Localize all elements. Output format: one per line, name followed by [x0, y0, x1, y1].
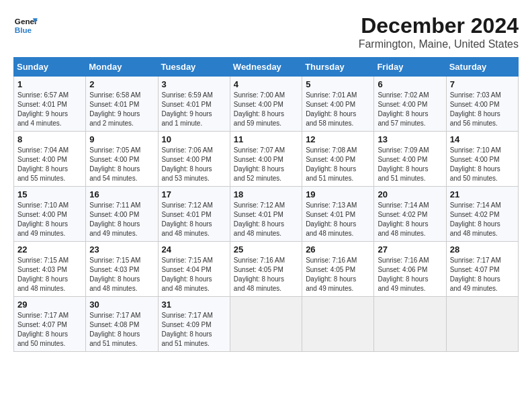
header-row: SundayMondayTuesdayWednesdayThursdayFrid… — [14, 58, 519, 77]
day-number: 14 — [450, 134, 515, 144]
calendar-cell: 7Sunrise: 7:03 AM Sunset: 4:00 PM Daylig… — [446, 77, 518, 132]
day-number: 6 — [378, 79, 442, 89]
day-number: 28 — [450, 244, 515, 255]
calendar-cell: 8Sunrise: 7:04 AM Sunset: 4:00 PM Daylig… — [14, 132, 86, 187]
calendar-cell: 4Sunrise: 7:00 AM Sunset: 4:00 PM Daylig… — [230, 77, 302, 132]
day-number: 8 — [17, 134, 82, 144]
day-info: Sunrise: 7:16 AM Sunset: 4:05 PM Dayligh… — [306, 256, 370, 293]
day-info: Sunrise: 6:57 AM Sunset: 4:01 PM Dayligh… — [17, 91, 82, 128]
page-title: December 2024 — [359, 13, 519, 38]
day-info: Sunrise: 7:17 AM Sunset: 4:07 PM Dayligh… — [450, 256, 515, 293]
day-number: 31 — [162, 300, 226, 310]
calendar-cell: 9Sunrise: 7:05 AM Sunset: 4:00 PM Daylig… — [86, 132, 158, 187]
calendar-cell: 16Sunrise: 7:11 AM Sunset: 4:00 PM Dayli… — [86, 187, 158, 242]
header: General Blue December 2024 Farmington, M… — [13, 13, 519, 50]
day-number: 12 — [306, 134, 370, 144]
day-info: Sunrise: 7:15 AM Sunset: 4:03 PM Dayligh… — [17, 256, 82, 293]
day-number: 3 — [162, 79, 226, 89]
day-number: 30 — [89, 300, 154, 310]
calendar-cell: 6Sunrise: 7:02 AM Sunset: 4:00 PM Daylig… — [374, 77, 446, 132]
day-info: Sunrise: 6:59 AM Sunset: 4:01 PM Dayligh… — [162, 91, 226, 128]
day-info: Sunrise: 7:05 AM Sunset: 4:00 PM Dayligh… — [89, 146, 154, 183]
calendar-cell: 19Sunrise: 7:13 AM Sunset: 4:01 PM Dayli… — [302, 187, 374, 242]
day-number: 19 — [306, 189, 370, 199]
day-info: Sunrise: 7:15 AM Sunset: 4:03 PM Dayligh… — [89, 256, 154, 293]
day-info: Sunrise: 7:03 AM Sunset: 4:00 PM Dayligh… — [450, 91, 515, 128]
day-info: Sunrise: 7:09 AM Sunset: 4:00 PM Dayligh… — [378, 146, 442, 183]
calendar-cell — [374, 297, 446, 352]
day-info: Sunrise: 7:11 AM Sunset: 4:00 PM Dayligh… — [89, 201, 154, 238]
logo: General Blue — [13, 13, 38, 38]
calendar-table: SundayMondayTuesdayWednesdayThursdayFrid… — [13, 57, 519, 352]
calendar-cell: 20Sunrise: 7:14 AM Sunset: 4:02 PM Dayli… — [374, 187, 446, 242]
day-number: 16 — [89, 189, 154, 199]
day-number: 10 — [162, 134, 226, 144]
calendar-cell: 28Sunrise: 7:17 AM Sunset: 4:07 PM Dayli… — [446, 242, 518, 297]
day-info: Sunrise: 7:02 AM Sunset: 4:00 PM Dayligh… — [378, 91, 442, 128]
col-header-wednesday: Wednesday — [230, 58, 302, 77]
calendar-cell — [302, 297, 374, 352]
logo-icon: General Blue — [13, 13, 38, 38]
calendar-cell: 30Sunrise: 7:17 AM Sunset: 4:08 PM Dayli… — [86, 297, 158, 352]
day-number: 21 — [450, 189, 515, 199]
calendar-cell: 29Sunrise: 7:17 AM Sunset: 4:07 PM Dayli… — [14, 297, 86, 352]
calendar-cell: 15Sunrise: 7:10 AM Sunset: 4:00 PM Dayli… — [14, 187, 86, 242]
day-info: Sunrise: 7:10 AM Sunset: 4:00 PM Dayligh… — [17, 201, 82, 238]
day-info: Sunrise: 7:07 AM Sunset: 4:00 PM Dayligh… — [234, 146, 298, 183]
calendar-cell: 12Sunrise: 7:08 AM Sunset: 4:00 PM Dayli… — [302, 132, 374, 187]
day-info: Sunrise: 7:16 AM Sunset: 4:05 PM Dayligh… — [234, 256, 298, 293]
day-info: Sunrise: 7:04 AM Sunset: 4:00 PM Dayligh… — [17, 146, 82, 183]
day-number: 9 — [89, 134, 154, 144]
day-number: 5 — [306, 79, 370, 89]
calendar-cell — [446, 297, 518, 352]
calendar-cell: 21Sunrise: 7:14 AM Sunset: 4:02 PM Dayli… — [446, 187, 518, 242]
week-row: 8Sunrise: 7:04 AM Sunset: 4:00 PM Daylig… — [14, 132, 519, 187]
day-number: 1 — [17, 79, 82, 89]
col-header-monday: Monday — [86, 58, 158, 77]
calendar-cell: 26Sunrise: 7:16 AM Sunset: 4:05 PM Dayli… — [302, 242, 374, 297]
calendar-cell: 10Sunrise: 7:06 AM Sunset: 4:00 PM Dayli… — [158, 132, 230, 187]
week-row: 22Sunrise: 7:15 AM Sunset: 4:03 PM Dayli… — [14, 242, 519, 297]
day-info: Sunrise: 7:10 AM Sunset: 4:00 PM Dayligh… — [450, 146, 515, 183]
day-info: Sunrise: 7:17 AM Sunset: 4:09 PM Dayligh… — [162, 311, 226, 349]
day-info: Sunrise: 7:00 AM Sunset: 4:00 PM Dayligh… — [234, 91, 298, 128]
calendar-cell: 18Sunrise: 7:12 AM Sunset: 4:01 PM Dayli… — [230, 187, 302, 242]
day-number: 25 — [234, 244, 298, 255]
day-number: 4 — [234, 79, 298, 89]
day-info: Sunrise: 7:17 AM Sunset: 4:07 PM Dayligh… — [17, 311, 82, 349]
day-number: 26 — [306, 244, 370, 255]
day-number: 23 — [89, 244, 154, 255]
col-header-friday: Friday — [374, 58, 446, 77]
day-number: 7 — [450, 79, 515, 89]
day-info: Sunrise: 7:17 AM Sunset: 4:08 PM Dayligh… — [89, 311, 154, 349]
day-number: 29 — [17, 300, 82, 310]
day-info: Sunrise: 7:12 AM Sunset: 4:01 PM Dayligh… — [234, 201, 298, 238]
calendar-cell: 5Sunrise: 7:01 AM Sunset: 4:00 PM Daylig… — [302, 77, 374, 132]
calendar-cell: 23Sunrise: 7:15 AM Sunset: 4:03 PM Dayli… — [86, 242, 158, 297]
calendar-cell: 1Sunrise: 6:57 AM Sunset: 4:01 PM Daylig… — [14, 77, 86, 132]
calendar-cell: 11Sunrise: 7:07 AM Sunset: 4:00 PM Dayli… — [230, 132, 302, 187]
day-number: 13 — [378, 134, 442, 144]
calendar-cell: 14Sunrise: 7:10 AM Sunset: 4:00 PM Dayli… — [446, 132, 518, 187]
col-header-saturday: Saturday — [446, 58, 518, 77]
day-number: 17 — [162, 189, 226, 199]
calendar-cell: 25Sunrise: 7:16 AM Sunset: 4:05 PM Dayli… — [230, 242, 302, 297]
day-info: Sunrise: 7:06 AM Sunset: 4:00 PM Dayligh… — [162, 146, 226, 183]
calendar-cell: 13Sunrise: 7:09 AM Sunset: 4:00 PM Dayli… — [374, 132, 446, 187]
day-info: Sunrise: 7:12 AM Sunset: 4:01 PM Dayligh… — [162, 201, 226, 238]
day-info: Sunrise: 6:58 AM Sunset: 4:01 PM Dayligh… — [89, 91, 154, 128]
calendar-cell: 24Sunrise: 7:15 AM Sunset: 4:04 PM Dayli… — [158, 242, 230, 297]
day-number: 11 — [234, 134, 298, 144]
calendar-cell: 2Sunrise: 6:58 AM Sunset: 4:01 PM Daylig… — [86, 77, 158, 132]
col-header-sunday: Sunday — [14, 58, 86, 77]
calendar-cell: 27Sunrise: 7:16 AM Sunset: 4:06 PM Dayli… — [374, 242, 446, 297]
calendar-cell — [230, 297, 302, 352]
day-info: Sunrise: 7:15 AM Sunset: 4:04 PM Dayligh… — [162, 256, 226, 293]
day-number: 2 — [89, 79, 154, 89]
day-number: 22 — [17, 244, 82, 255]
day-number: 20 — [378, 189, 442, 199]
calendar-cell: 22Sunrise: 7:15 AM Sunset: 4:03 PM Dayli… — [14, 242, 86, 297]
title-area: December 2024 Farmington, Maine, United … — [359, 13, 519, 50]
page-subtitle: Farmington, Maine, United States — [359, 38, 519, 50]
day-info: Sunrise: 7:14 AM Sunset: 4:02 PM Dayligh… — [450, 201, 515, 238]
